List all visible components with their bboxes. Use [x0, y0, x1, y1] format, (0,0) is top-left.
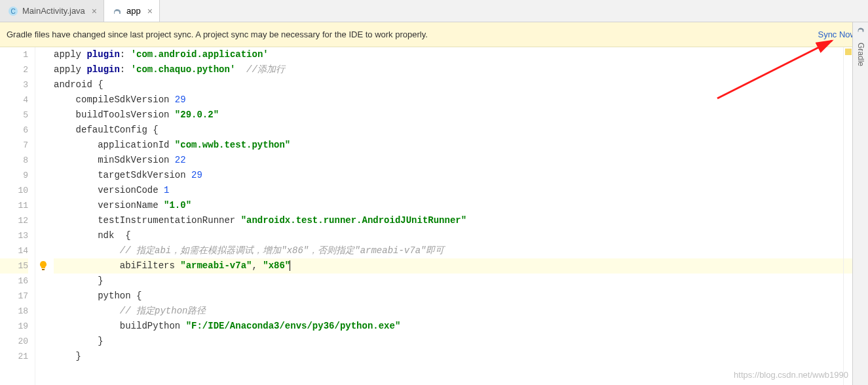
svg-text:C: C	[10, 8, 15, 15]
code-line[interactable]: apply plugin: 'com.android.application'	[54, 47, 868, 62]
scroll-marker-strip[interactable]	[843, 47, 852, 385]
code-line[interactable]: buildPython "F:/IDE/Anaconda3/envs/py36/…	[54, 319, 868, 334]
notice-message: Gradle files have changed since last pro…	[7, 30, 428, 39]
code-line[interactable]: python {	[54, 289, 868, 304]
sync-now-link[interactable]: Sync Now	[818, 30, 856, 39]
close-icon[interactable]: ×	[147, 6, 153, 16]
tab-label: MainActivity.java	[22, 6, 85, 16]
sync-notice: Gradle files have changed since last pro…	[0, 22, 868, 47]
code-line[interactable]: versionCode 1	[54, 183, 868, 198]
svg-rect-2	[42, 269, 45, 270]
tab-mainactivity[interactable]: C MainActivity.java ×	[0, 0, 104, 22]
code-line[interactable]: versionName "1.0"	[54, 198, 868, 213]
code-line[interactable]: ndk {	[54, 228, 868, 243]
watermark: https://blog.csdn.net/wwb1990	[734, 370, 848, 380]
line-number-gutter: 123456789101112131415161718192021	[0, 47, 35, 385]
code-line[interactable]: abiFilters "armeabi-v7a", "x86"	[54, 258, 868, 274]
right-tool-rail: Gradle	[852, 22, 868, 385]
code-line[interactable]: }	[54, 349, 868, 364]
code-line[interactable]: buildToolsVersion "29.0.2"	[54, 108, 868, 123]
code-line[interactable]: // 指定python路径	[54, 304, 868, 319]
code-line[interactable]: apply plugin: 'com.chaquo.python' //添加行	[54, 62, 868, 77]
editor-tabs: C MainActivity.java × app ×	[0, 0, 868, 22]
code-line[interactable]: }	[54, 334, 868, 349]
code-line[interactable]: targetSdkVersion 29	[54, 168, 868, 183]
code-line[interactable]: minSdkVersion 22	[54, 153, 868, 168]
code-area[interactable]: apply plugin: 'com.android.application'a…	[52, 47, 868, 385]
gradle-tool-button[interactable]: Gradle	[856, 43, 865, 66]
code-line[interactable]: compileSdkVersion 29	[54, 92, 868, 108]
gradle-tool-icon[interactable]	[856, 25, 865, 36]
code-line[interactable]: // 指定abi，如需在模拟器调试，增加"x86"，否则指定"armeabi-v…	[54, 243, 868, 258]
close-icon[interactable]: ×	[92, 6, 97, 16]
elephant-icon	[112, 6, 123, 16]
code-line[interactable]: }	[54, 274, 868, 289]
tab-app[interactable]: app ×	[104, 0, 160, 22]
warning-marker[interactable]	[845, 49, 852, 55]
code-line[interactable]: applicationId "com.wwb.test.python"	[54, 138, 868, 153]
tab-label: app	[126, 6, 141, 16]
c-icon: C	[8, 6, 18, 16]
code-line[interactable]: testInstrumentationRunner "androidx.test…	[54, 213, 868, 228]
glyph-margin	[35, 47, 52, 385]
code-editor[interactable]: 123456789101112131415161718192021 apply …	[0, 47, 868, 385]
code-line[interactable]: defaultConfig {	[54, 123, 868, 138]
code-line[interactable]: android {	[54, 77, 868, 92]
intention-bulb-icon[interactable]	[38, 260, 48, 271]
